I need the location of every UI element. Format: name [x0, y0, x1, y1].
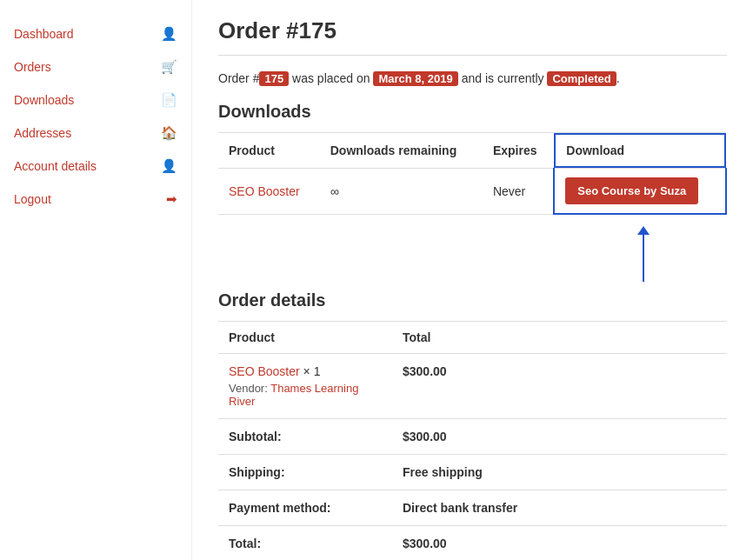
- total-label: Total:: [218, 526, 392, 561]
- shipping-label: Shipping:: [218, 455, 392, 490]
- arrow-up-indicator: [643, 234, 644, 282]
- order-col-total: Total: [392, 322, 727, 354]
- col-header-expires: Expires: [483, 133, 554, 169]
- shipping-value: Free shipping: [392, 455, 727, 490]
- sidebar-item-account-details[interactable]: Account details 👤: [0, 150, 191, 183]
- dashboard-icon: 👤: [161, 26, 177, 42]
- logout-icon: ➡: [166, 191, 177, 207]
- sidebar-label-addresses: Addresses: [14, 126, 71, 140]
- sidebar-label-downloads: Downloads: [14, 93, 74, 107]
- sidebar-item-logout[interactable]: Logout ➡: [0, 183, 191, 216]
- product-link[interactable]: SEO Booster: [229, 184, 300, 198]
- order-text-placed: was placed on: [292, 71, 373, 85]
- arrow-shaft: [643, 234, 644, 282]
- order-product-link[interactable]: SEO Booster: [229, 364, 303, 378]
- order-text-end: .: [616, 71, 620, 85]
- table-row: SEO Booster ∞ Never Seo Course by Suza: [218, 169, 726, 215]
- downloads-remaining-cell: ∞: [320, 169, 483, 215]
- main-content: Order #175 Order #175 was placed on Marc…: [191, 0, 753, 560]
- order-status-badge: Completed: [547, 71, 616, 86]
- order-product-name: SEO Booster: [229, 364, 300, 378]
- downloads-icon: 📄: [161, 92, 177, 108]
- vendor-label: Vendor:: [229, 382, 268, 395]
- payment-method-value: Direct bank transfer: [392, 490, 727, 526]
- sidebar-item-orders[interactable]: Orders 🛒: [0, 50, 191, 83]
- download-button-cell: Seo Course by Suza: [554, 169, 726, 215]
- order-product-row: SEO Booster × 1 Vendor: Thames Learning …: [218, 354, 727, 419]
- arrow-head: [637, 226, 650, 235]
- sidebar-item-addresses[interactable]: Addresses 🏠: [0, 117, 191, 150]
- orders-icon: 🛒: [161, 59, 177, 75]
- download-col-header-text: Download: [566, 143, 624, 157]
- subtotal-row: Subtotal: $300.00: [218, 419, 727, 455]
- sidebar-label-orders: Orders: [14, 60, 51, 74]
- payment-method-row: Payment method: Direct bank transfer: [218, 490, 727, 526]
- expires-cell: Never: [483, 169, 554, 215]
- sidebar-item-downloads[interactable]: Downloads 📄: [0, 83, 191, 117]
- col-header-downloads-remaining: Downloads remaining: [320, 133, 483, 169]
- total-value: $300.00: [392, 526, 727, 561]
- subtotal-value: $300.00: [392, 419, 727, 455]
- sidebar-label-logout: Logout: [14, 192, 51, 206]
- vendor-text: Vendor: Thames Learning River: [229, 382, 382, 408]
- order-product-total: $300.00: [392, 354, 727, 419]
- downloads-table: Product Downloads remaining Expires Down…: [218, 132, 727, 215]
- order-text-status: and is currently: [462, 71, 548, 85]
- account-icon: 👤: [161, 158, 177, 174]
- product-cell: SEO Booster: [218, 169, 320, 215]
- download-button[interactable]: Seo Course by Suza: [565, 177, 698, 204]
- order-details-table: Product Total SEO Booster × 1 Vend: [218, 321, 727, 560]
- order-info: Order #175 was placed on March 8, 2019 a…: [218, 71, 727, 86]
- order-date-badge: March 8, 2019: [373, 71, 457, 86]
- sidebar: Dashboard 👤 Orders 🛒 Downloads 📄 Address…: [0, 0, 191, 560]
- order-number-badge: 175: [259, 71, 289, 86]
- payment-method-label: Payment method:: [218, 490, 392, 526]
- shipping-row: Shipping: Free shipping: [218, 455, 727, 490]
- col-header-product: Product: [218, 133, 320, 169]
- downloads-section-title: Downloads: [218, 102, 727, 122]
- order-text-before: Order #: [218, 71, 259, 85]
- order-details-section-title: Order details: [218, 290, 727, 310]
- col-header-download: Download: [554, 133, 726, 169]
- subtotal-label: Subtotal:: [218, 419, 392, 455]
- page-title: Order #175: [218, 17, 727, 56]
- order-product-qty: × 1: [303, 364, 321, 378]
- order-col-product: Product: [218, 322, 392, 354]
- total-row: Total: $300.00: [218, 526, 727, 561]
- sidebar-item-dashboard[interactable]: Dashboard 👤: [0, 17, 191, 50]
- order-product-cell: SEO Booster × 1 Vendor: Thames Learning …: [218, 354, 392, 419]
- addresses-icon: 🏠: [161, 125, 177, 141]
- sidebar-label-account: Account details: [14, 159, 97, 173]
- arrow-container: [218, 234, 727, 282]
- sidebar-label-dashboard: Dashboard: [14, 27, 74, 41]
